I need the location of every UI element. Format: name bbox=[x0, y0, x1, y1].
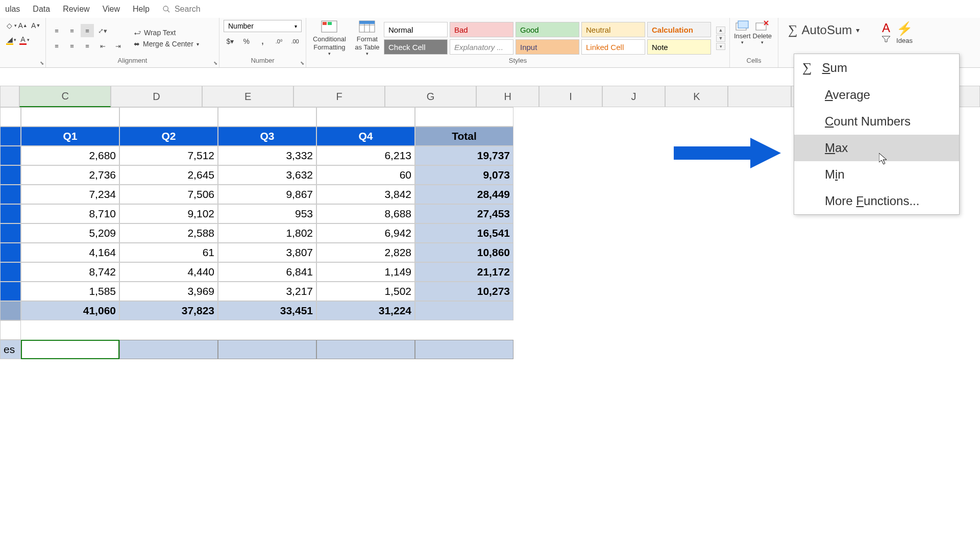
decrease-indent-button[interactable]: ⇤ bbox=[96, 39, 109, 53]
total-q4[interactable]: 31,224 bbox=[316, 301, 415, 320]
data-cell[interactable]: 3,217 bbox=[218, 282, 316, 301]
header-q1[interactable]: Q1 bbox=[21, 127, 119, 146]
col-header-i[interactable]: I bbox=[539, 86, 602, 107]
cell[interactable] bbox=[415, 107, 513, 127]
fill-bucket-button[interactable]: ◢ ▾ bbox=[4, 34, 15, 45]
data-cell[interactable]: 6,942 bbox=[316, 223, 415, 243]
header-q2[interactable]: Q2 bbox=[119, 127, 218, 146]
gallery-more-button[interactable]: ▾ bbox=[716, 43, 725, 50]
orientation-button[interactable]: ⤢▾ bbox=[96, 24, 109, 37]
header-q4[interactable]: Q4 bbox=[316, 127, 415, 146]
data-cell[interactable]: 3,969 bbox=[119, 282, 218, 301]
ideas-button[interactable]: ⚡ Ideas bbox=[896, 21, 913, 44]
cell[interactable] bbox=[0, 185, 21, 204]
alignment-launcher-icon[interactable]: ⬊ bbox=[213, 60, 217, 66]
data-cell[interactable]: 1,149 bbox=[316, 262, 415, 282]
cell[interactable] bbox=[119, 107, 218, 127]
selected-cell[interactable] bbox=[119, 340, 218, 359]
style-good[interactable]: Good bbox=[516, 22, 579, 37]
dropdown-max[interactable]: Max bbox=[794, 135, 959, 161]
data-cell[interactable]: 2,680 bbox=[21, 146, 119, 165]
data-cell[interactable]: 27,453 bbox=[415, 204, 513, 223]
data-cell[interactable]: 2,645 bbox=[119, 165, 218, 185]
number-launcher-icon[interactable]: ⬊ bbox=[300, 60, 304, 66]
style-neutral[interactable]: Neutral bbox=[581, 22, 645, 37]
data-cell[interactable]: 10,273 bbox=[415, 282, 513, 301]
cell[interactable] bbox=[0, 165, 21, 185]
autosum-button[interactable]: ∑ AutoSum ▾ bbox=[782, 20, 874, 40]
style-normal[interactable]: Normal bbox=[384, 22, 448, 37]
data-cell[interactable]: 953 bbox=[218, 204, 316, 223]
align-bottom-button[interactable]: ≡ bbox=[81, 24, 94, 37]
data-cell[interactable]: 3,332 bbox=[218, 146, 316, 165]
data-cell[interactable]: 1,802 bbox=[218, 223, 316, 243]
selected-cell[interactable] bbox=[415, 340, 513, 359]
total-q2[interactable]: 37,823 bbox=[119, 301, 218, 320]
cell[interactable] bbox=[0, 320, 21, 340]
data-cell[interactable]: 1,585 bbox=[21, 282, 119, 301]
wrap-text-button[interactable]: ⮐ Wrap Text bbox=[134, 29, 199, 37]
style-calculation[interactable]: Calculation bbox=[647, 22, 711, 37]
data-cell[interactable]: 60 bbox=[316, 165, 415, 185]
selected-cell[interactable] bbox=[218, 340, 316, 359]
col-header-k[interactable]: K bbox=[665, 86, 728, 107]
data-cell[interactable]: 5,209 bbox=[21, 223, 119, 243]
col-header-d[interactable]: D bbox=[111, 86, 202, 107]
style-input[interactable]: Input bbox=[516, 39, 579, 55]
data-cell[interactable]: 2,588 bbox=[119, 223, 218, 243]
cell[interactable] bbox=[0, 127, 21, 146]
fill-color-button[interactable]: ◇▾ bbox=[4, 20, 15, 31]
data-cell[interactable]: 9,073 bbox=[415, 165, 513, 185]
dropdown-more-functions[interactable]: More Functions... bbox=[794, 188, 959, 214]
col-header-l[interactable] bbox=[728, 86, 791, 107]
increase-indent-button[interactable]: ⇥ bbox=[111, 39, 125, 53]
header-q3[interactable]: Q3 bbox=[218, 127, 316, 146]
data-cell[interactable]: 61 bbox=[119, 243, 218, 262]
dropdown-sum[interactable]: ∑ Sum bbox=[794, 54, 959, 82]
increase-decimal-button[interactable]: .0⁰ bbox=[272, 35, 285, 47]
cell[interactable] bbox=[218, 107, 316, 127]
total-grand[interactable] bbox=[415, 301, 513, 320]
data-cell[interactable]: 7,234 bbox=[21, 185, 119, 204]
decrease-decimal-button[interactable]: .00 bbox=[288, 35, 302, 47]
data-cell[interactable]: 1,502 bbox=[316, 282, 415, 301]
style-check-cell[interactable]: Check Cell bbox=[384, 39, 448, 55]
cell[interactable] bbox=[0, 107, 21, 127]
col-header-h[interactable]: H bbox=[476, 86, 539, 107]
col-header-j[interactable]: J bbox=[602, 86, 665, 107]
data-cell[interactable]: 8,742 bbox=[21, 262, 119, 282]
align-top-button[interactable]: ≡ bbox=[50, 24, 63, 37]
sort-filter-button[interactable]: A bbox=[881, 21, 891, 42]
active-cell[interactable] bbox=[21, 340, 119, 359]
total-q3[interactable]: 33,451 bbox=[218, 301, 316, 320]
style-bad[interactable]: Bad bbox=[450, 22, 513, 37]
cell[interactable] bbox=[316, 107, 415, 127]
cell[interactable] bbox=[0, 243, 21, 262]
dropdown-average[interactable]: Average bbox=[794, 82, 959, 108]
dropdown-count[interactable]: Count Numbers bbox=[794, 108, 959, 135]
data-cell[interactable]: 7,506 bbox=[119, 185, 218, 204]
data-cell[interactable]: 16,541 bbox=[415, 223, 513, 243]
format-as-table-button[interactable]: Format as Table ▾ bbox=[354, 20, 381, 57]
data-cell[interactable]: 4,440 bbox=[119, 262, 218, 282]
data-cell[interactable]: 4,164 bbox=[21, 243, 119, 262]
cell[interactable] bbox=[0, 204, 21, 223]
data-cell[interactable]: 6,841 bbox=[218, 262, 316, 282]
gallery-up-button[interactable]: ▲ bbox=[716, 27, 725, 34]
tab-formulas[interactable]: ulas bbox=[5, 5, 20, 14]
data-cell[interactable]: 19,737 bbox=[415, 146, 513, 165]
data-cell[interactable]: 6,213 bbox=[316, 146, 415, 165]
conditional-formatting-button[interactable]: Conditional Formatting ▾ bbox=[310, 20, 349, 57]
cell[interactable] bbox=[0, 146, 21, 165]
data-cell[interactable]: 7,512 bbox=[119, 146, 218, 165]
delete-button[interactable]: Delete ▾ bbox=[753, 20, 772, 45]
style-linked-cell[interactable]: Linked Cell bbox=[581, 39, 645, 55]
row-label[interactable]: es bbox=[0, 340, 21, 359]
tab-help[interactable]: Help bbox=[133, 5, 150, 14]
align-left-button[interactable]: ≡ bbox=[50, 39, 63, 53]
data-cell[interactable]: 3,807 bbox=[218, 243, 316, 262]
tab-review[interactable]: Review bbox=[63, 5, 89, 14]
comma-button[interactable]: , bbox=[256, 35, 270, 47]
data-cell[interactable]: 9,102 bbox=[119, 204, 218, 223]
number-format-select[interactable]: Number ▾ bbox=[224, 20, 302, 32]
